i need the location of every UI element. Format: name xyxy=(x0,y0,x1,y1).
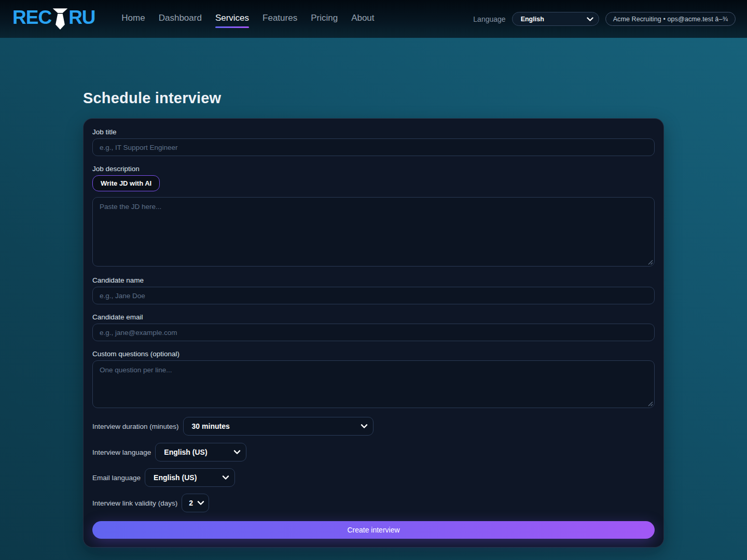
link-validity-select-value: 2 xyxy=(189,499,193,507)
write-jd-with-ai-button[interactable]: Write JD with AI xyxy=(92,175,160,191)
interview-language-label: Interview language xyxy=(92,449,151,456)
candidate-name-label: Candidate name xyxy=(92,276,655,284)
interview-language-select[interactable]: English (US) xyxy=(155,443,246,461)
duration-label: Interview duration (minutes) xyxy=(92,423,179,430)
top-navbar: REC RU Home Dashboard Services Features … xyxy=(0,0,747,38)
chevron-down-icon xyxy=(361,424,368,429)
candidate-email-label: Candidate email xyxy=(92,313,655,321)
main-nav: Home Dashboard Services Features Pricing… xyxy=(121,10,374,28)
chevron-down-icon xyxy=(233,450,241,455)
job-description-label: Job description xyxy=(92,165,655,173)
brand-logo[interactable]: REC RU xyxy=(12,5,95,33)
schedule-interview-form: Job title Job description Write JD with … xyxy=(83,118,664,548)
interview-language-select-value: English (US) xyxy=(164,448,207,456)
job-description-textarea[interactable] xyxy=(92,197,655,267)
chevron-down-icon xyxy=(197,501,204,506)
custom-questions-label: Custom questions (optional) xyxy=(92,350,655,358)
brand-logo-text-post: RU xyxy=(68,5,95,30)
candidate-email-input[interactable] xyxy=(92,324,655,341)
link-validity-select[interactable]: 2 xyxy=(182,494,209,512)
custom-questions-textarea[interactable] xyxy=(92,360,655,408)
navbar-right-controls: Language English Acme Recruiting • ops@a… xyxy=(473,12,736,26)
nav-item-pricing[interactable]: Pricing xyxy=(311,10,338,28)
language-select[interactable]: English xyxy=(512,12,599,26)
job-title-label: Job title xyxy=(92,128,655,136)
nav-item-home[interactable]: Home xyxy=(121,10,145,28)
language-select-value: English xyxy=(521,16,544,23)
email-language-select-value: English (US) xyxy=(154,473,197,482)
create-interview-button[interactable]: Create interview xyxy=(92,521,655,539)
duration-select[interactable]: 30 minutes xyxy=(183,417,374,436)
job-title-input[interactable] xyxy=(92,138,655,156)
nav-item-about[interactable]: About xyxy=(351,10,374,28)
link-validity-label: Interview link validity (days) xyxy=(92,499,177,507)
nav-item-features[interactable]: Features xyxy=(262,10,297,28)
email-language-select[interactable]: English (US) xyxy=(145,468,235,487)
chevron-down-icon xyxy=(587,17,593,21)
duration-select-value: 30 minutes xyxy=(192,422,230,430)
brand-logo-text-pre: REC xyxy=(12,5,51,30)
candidate-name-input[interactable] xyxy=(92,287,655,304)
tie-icon xyxy=(52,6,68,33)
page-title: Schedule interview xyxy=(83,90,664,107)
nav-item-services[interactable]: Services xyxy=(215,10,249,28)
page-content: Schedule interview Job title Job descrip… xyxy=(83,90,664,548)
account-badge[interactable]: Acme Recruiting • ops@acme.test â–¾ xyxy=(605,12,736,26)
language-label: Language xyxy=(473,15,505,23)
nav-item-dashboard[interactable]: Dashboard xyxy=(159,10,202,28)
email-language-label: Email language xyxy=(92,474,141,482)
chevron-down-icon xyxy=(222,475,229,480)
